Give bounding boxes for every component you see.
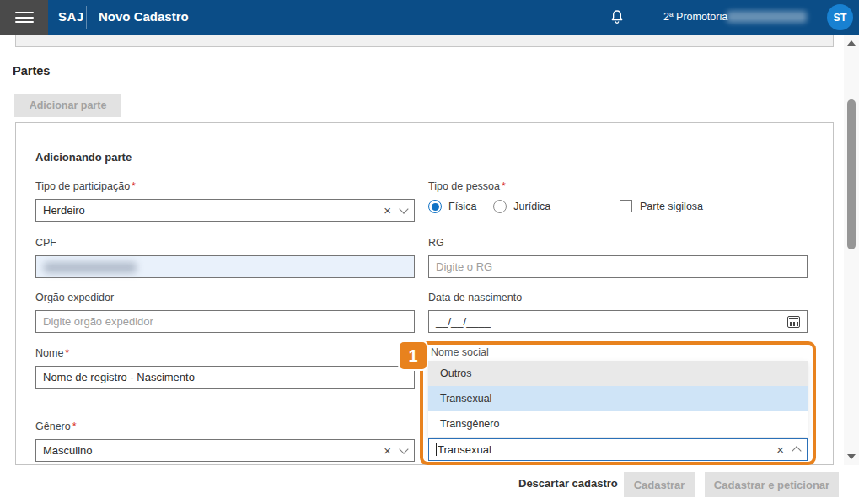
orgao-expedidor-input[interactable] [35, 310, 415, 333]
tipo-participacao-value: Herdeiro [43, 204, 85, 217]
parte-sigilosa-checkbox[interactable] [620, 200, 632, 212]
data-nascimento-label: Data de nascimento [428, 292, 522, 303]
nome-label: Nome* [35, 347, 69, 359]
tipo-pessoa-label: Tipo de pessoa* [428, 180, 506, 192]
partes-section-title: Partes [13, 64, 50, 78]
required-asterisk: * [72, 421, 77, 432]
tipo-pessoa-radio-group: Física Jurídica [428, 200, 550, 213]
page-title: Novo Cadastro [99, 9, 189, 24]
scroll-up-arrow[interactable] [847, 40, 856, 46]
scroll-down-arrow[interactable] [847, 454, 856, 459]
dropdown-option-transexual[interactable]: Transexual [428, 386, 808, 411]
clear-icon[interactable]: × [384, 444, 391, 457]
genero-combobox[interactable]: Masculino × [35, 439, 415, 462]
form-title: Adicionando parte [35, 151, 132, 164]
register-and-petition-button[interactable]: Cadastrar e peticionar [705, 472, 839, 497]
rg-label: RG [428, 237, 444, 249]
hamburger-menu-button[interactable] [0, 0, 48, 35]
nome-social-dropdown-list: Outros Transexual Transgênero [428, 361, 808, 437]
orgao-expedidor-label: Orgão expedidor [35, 292, 114, 303]
chevron-down-icon[interactable] [399, 204, 408, 213]
redacted-user-name [727, 11, 807, 23]
chevron-down-icon[interactable] [399, 444, 408, 453]
add-party-button[interactable]: Adicionar parte [14, 94, 121, 117]
cpf-label: CPF [35, 237, 56, 249]
data-nascimento-field[interactable]: __/__/____ [428, 310, 808, 333]
calendar-icon[interactable] [787, 316, 800, 328]
required-asterisk: * [502, 180, 506, 192]
required-asterisk: * [132, 180, 136, 192]
scrollbar-thumb[interactable] [847, 99, 856, 249]
radio-fisica-label[interactable]: Física [448, 201, 476, 212]
radio-fisica[interactable] [428, 200, 442, 213]
parte-sigilosa-label[interactable]: Parte sigilosa [640, 201, 703, 212]
nome-social-combobox[interactable]: Transexual × [428, 438, 808, 461]
redacted-cpf-value [44, 262, 137, 273]
required-asterisk: * [65, 347, 69, 359]
cpf-field[interactable] [35, 255, 415, 278]
hamburger-icon [15, 12, 34, 23]
top-bar: SAJ Novo Cadastro 2ª Promotoria ST [0, 0, 859, 35]
nome-input[interactable] [35, 366, 415, 389]
vertical-scrollbar[interactable] [844, 35, 859, 465]
clear-icon[interactable]: × [776, 443, 784, 456]
app-window: SAJ Novo Cadastro 2ª Promotoria ST Parte… [0, 0, 859, 504]
nome-social-value: Transexual [438, 443, 491, 456]
topbar-divider [86, 6, 87, 29]
previous-section-edge [15, 35, 834, 47]
discard-registration-button[interactable]: Descartar cadastro [518, 477, 618, 490]
chevron-up-icon[interactable] [792, 446, 801, 455]
text-caret [436, 443, 437, 456]
notifications-bell-icon[interactable] [609, 8, 625, 26]
radio-juridica[interactable] [493, 200, 507, 213]
radio-juridica-label[interactable]: Jurídica [513, 201, 550, 212]
parte-sigilosa-group: Parte sigilosa [620, 200, 703, 212]
clear-icon[interactable]: × [384, 204, 391, 217]
nome-social-label: Nome social [431, 346, 489, 358]
rg-input[interactable] [428, 255, 808, 278]
data-nascimento-mask: __/__/____ [436, 315, 491, 328]
office-label: 2ª Promotoria [663, 11, 727, 23]
dropdown-option-outros[interactable]: Outros [428, 361, 808, 386]
tipo-participacao-label: Tipo de participação* [35, 180, 136, 192]
annotation-step-badge: 1 [400, 342, 427, 369]
tipo-participacao-combobox[interactable]: Herdeiro × [35, 199, 415, 222]
genero-value: Masculino [43, 444, 93, 457]
user-avatar[interactable]: ST [827, 4, 853, 30]
dropdown-option-transgenero[interactable]: Transgênero [428, 411, 808, 437]
genero-label: Gênero* [35, 421, 77, 432]
app-brand: SAJ [58, 9, 84, 24]
register-button[interactable]: Cadastrar [624, 472, 695, 497]
